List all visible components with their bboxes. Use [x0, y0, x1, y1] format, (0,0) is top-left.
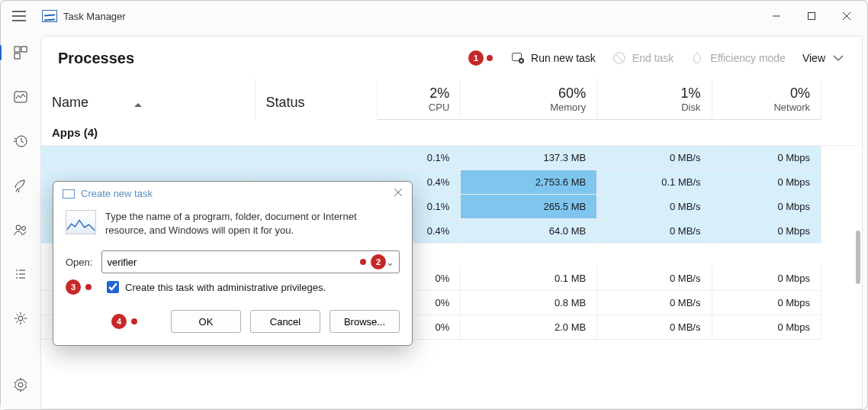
close-button[interactable]	[829, 2, 864, 30]
sort-asc-icon	[134, 103, 142, 107]
svg-point-9	[18, 383, 23, 387]
scrollbar-thumb[interactable]	[856, 231, 860, 284]
sidebar-processes[interactable]	[5, 37, 36, 68]
create-task-dialog: Create new task Type the name of a progr…	[53, 181, 413, 346]
titlebar: Task Manager	[1, 1, 867, 31]
svg-rect-0	[809, 13, 815, 20]
open-label: Open:	[66, 257, 92, 268]
cancel-button[interactable]: Cancel	[250, 310, 320, 333]
efficiency-button[interactable]: Efficiency mode	[690, 51, 786, 65]
sidebar-startup[interactable]	[5, 170, 36, 201]
sidebar-details[interactable]	[5, 259, 36, 289]
annotation-1: 1	[468, 50, 493, 66]
sidebar-settings[interactable]	[5, 370, 36, 400]
network-pct[interactable]: 0%	[712, 79, 821, 102]
group-apps[interactable]: Apps (4)	[41, 120, 862, 146]
sidebar-users[interactable]	[5, 215, 36, 245]
efficiency-label: Efficiency mode	[710, 52, 786, 64]
ok-button[interactable]: OK	[171, 310, 241, 333]
app-icon	[42, 10, 57, 22]
svg-rect-3	[14, 53, 20, 59]
col-network[interactable]: Network	[712, 102, 821, 120]
dialog-icon	[63, 189, 75, 199]
dialog-description: Type the name of a program, folder, docu…	[105, 210, 400, 237]
col-disk[interactable]: Disk	[597, 102, 712, 120]
annotation-3: 3	[66, 279, 92, 295]
window: Task Manager Processes 1	[0, 0, 868, 410]
annotation-4: 4	[111, 310, 137, 333]
app-title: Task Manager	[63, 11, 126, 22]
svg-point-8	[18, 316, 23, 321]
open-combo[interactable]: 2 ⌄	[101, 250, 400, 273]
dialog-titlebar: Create new task	[53, 182, 412, 205]
maximize-button[interactable]	[794, 2, 829, 30]
window-controls	[759, 2, 864, 30]
memory-pct[interactable]: 60%	[461, 79, 597, 102]
col-name[interactable]: Name	[41, 79, 255, 120]
chevron-down-icon	[831, 51, 845, 65]
chevron-down-icon[interactable]: ⌄	[386, 257, 394, 268]
admin-label: Create this task with administrative pri…	[125, 282, 326, 293]
table-row[interactable]: 0.1%137.3 MB0 MB/s0 Mbps	[41, 146, 862, 170]
run-new-task-label: Run new task	[531, 52, 596, 64]
browse-button[interactable]: Browse...	[330, 310, 400, 333]
dialog-close-button[interactable]	[394, 188, 403, 199]
view-label: View	[802, 52, 825, 64]
svg-point-6	[16, 225, 21, 230]
menu-button[interactable]	[4, 1, 34, 31]
sidebar-services[interactable]	[5, 303, 36, 334]
disk-pct[interactable]: 1%	[597, 79, 712, 102]
svg-point-7	[22, 227, 26, 231]
dialog-illustration	[66, 210, 96, 234]
page-title: Processes	[58, 50, 134, 67]
svg-rect-2	[21, 47, 27, 52]
svg-rect-1	[14, 47, 20, 52]
dialog-title: Create new task	[81, 188, 153, 199]
cpu-pct[interactable]: 2%	[377, 79, 461, 102]
col-cpu[interactable]: CPU	[377, 102, 461, 120]
col-status[interactable]: Status	[255, 79, 377, 120]
col-memory[interactable]: Memory	[461, 102, 597, 120]
end-task-label: End task	[632, 52, 674, 64]
view-dropdown[interactable]: View	[802, 51, 845, 65]
admin-checkbox[interactable]	[107, 281, 119, 293]
end-task-button[interactable]: End task	[612, 51, 674, 65]
run-new-task-button[interactable]: Run new task	[511, 51, 596, 65]
page-header: Processes 1 Run new task End task	[41, 37, 862, 79]
sidebar	[1, 31, 40, 409]
sidebar-performance[interactable]	[5, 82, 36, 112]
sidebar-history[interactable]	[5, 126, 36, 157]
minimize-button[interactable]	[759, 2, 794, 30]
open-input[interactable]	[107, 257, 360, 268]
annotation-2: 2	[360, 254, 386, 270]
